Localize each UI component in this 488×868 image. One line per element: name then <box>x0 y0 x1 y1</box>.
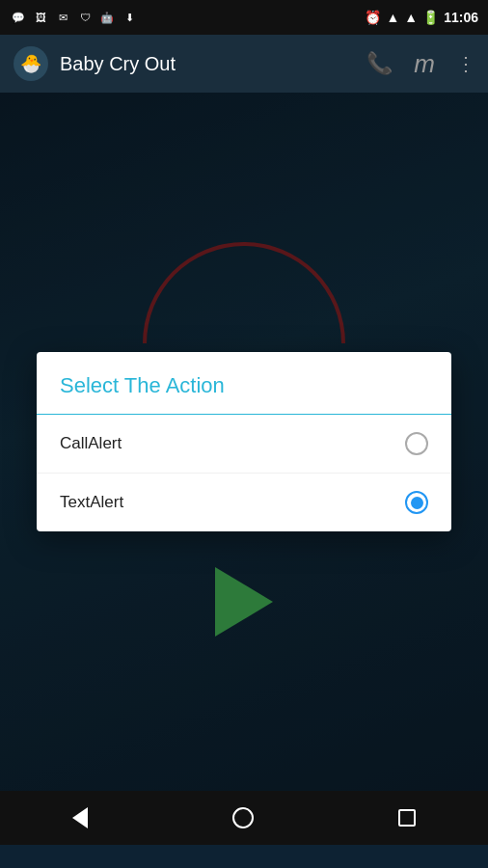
bottom-nav <box>0 791 488 845</box>
recents-square-icon <box>398 809 416 827</box>
back-arrow-icon <box>72 807 88 828</box>
whatsapp-icon: 💬 <box>10 11 27 24</box>
status-bar: 💬 🖼 ✉ 🛡 🤖 ⬇ ⏰ ▲ ▲ 🔋 11:06 <box>0 0 488 35</box>
signal-icon: ▲ <box>404 10 418 25</box>
app-bar-actions: 📞 m ⋮ <box>366 49 474 79</box>
text-alert-label: TextAlert <box>60 493 123 512</box>
main-content: Select The Action CallAlert TextAlert <box>0 93 488 791</box>
alarm-icon: ⏰ <box>365 10 381 25</box>
m-icon[interactable]: m <box>414 49 435 79</box>
nav-recents-button[interactable] <box>398 809 416 827</box>
bbm-icon: ✉ <box>54 11 71 24</box>
clock: 11:06 <box>444 10 478 25</box>
app-logo: 🐣 <box>14 46 48 81</box>
status-left-icons: 💬 🖼 ✉ 🛡 🤖 ⬇ <box>10 11 138 24</box>
android-icon: 🤖 <box>98 11 116 24</box>
dialog-title: Select The Action <box>37 352 451 415</box>
text-alert-radio-fill <box>411 497 423 509</box>
text-alert-option[interactable]: TextAlert <box>37 474 451 531</box>
download-icon: ⬇ <box>121 11 138 24</box>
image-icon: 🖼 <box>32 11 49 24</box>
phone-icon[interactable]: 📞 <box>366 51 393 76</box>
app-title: Baby Cry Out <box>60 53 355 75</box>
nav-home-button[interactable] <box>232 807 254 828</box>
app-bar: 🐣 Baby Cry Out 📞 m ⋮ <box>0 35 488 93</box>
play-button[interactable] <box>215 567 273 637</box>
status-right-icons: ⏰ ▲ ▲ 🔋 11:06 <box>365 10 478 25</box>
dialog-overlay: Select The Action CallAlert TextAlert <box>0 93 488 791</box>
action-dialog: Select The Action CallAlert TextAlert <box>37 352 451 531</box>
nav-back-button[interactable] <box>72 807 88 828</box>
wifi-icon: ▲ <box>386 10 399 25</box>
battery-icon: 🔋 <box>422 10 439 25</box>
call-alert-radio[interactable] <box>405 432 428 455</box>
call-alert-option[interactable]: CallAlert <box>37 415 451 474</box>
avast-icon: 🛡 <box>76 11 94 24</box>
home-circle-icon <box>232 807 254 828</box>
overflow-menu-icon[interactable]: ⋮ <box>456 52 474 75</box>
call-alert-label: CallAlert <box>60 434 122 453</box>
text-alert-radio[interactable] <box>405 491 428 514</box>
